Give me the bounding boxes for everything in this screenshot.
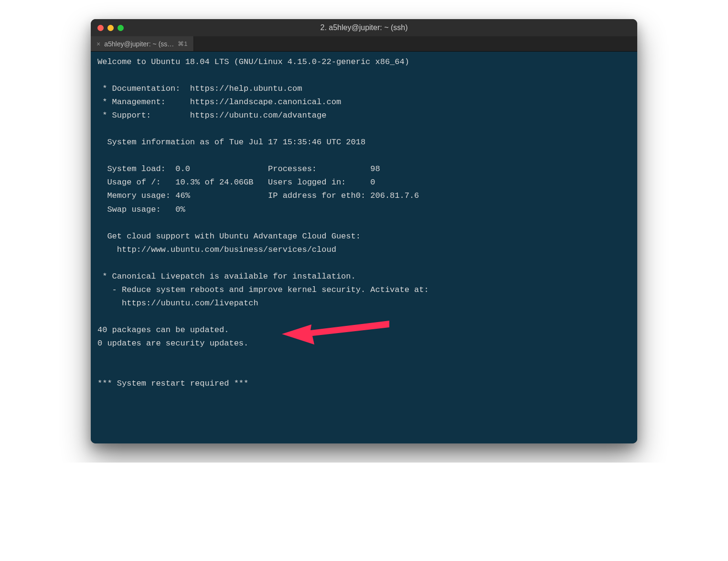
window-titlebar[interactable]: 2. a5hley@jupiter: ~ (ssh) [91,19,637,36]
window-title: 2. a5hley@jupiter: ~ (ssh) [91,23,637,32]
livepatch-line-1: * Canonical Livepatch is available for i… [97,272,356,281]
motd-doc-link: * Documentation: https://help.ubuntu.com [97,84,302,93]
annotation-arrow-icon [282,311,392,354]
tab-label: a5hley@jupiter: ~ (ss… [104,40,174,48]
sysinfo-row-3: Memory usage: 46% IP address for eth0: 2… [97,191,419,200]
maximize-icon[interactable] [118,25,124,31]
updates-packages: 40 packages can be updated. [97,325,229,334]
sysinfo-row-2: Usage of /: 10.3% of 24.06GB Users logge… [97,178,375,187]
livepatch-line-3: https://ubuntu.com/livepatch [97,299,258,308]
updates-security: 0 updates are security updates. [97,339,248,348]
sysinfo-header: System information as of Tue Jul 17 15:3… [97,138,365,147]
restart-required: *** System restart required *** [97,379,248,388]
traffic-lights [97,25,124,31]
terminal-window: 2. a5hley@jupiter: ~ (ssh) × a5hley@jupi… [91,19,637,443]
tab-shortcut: ⌘1 [178,40,187,47]
close-icon[interactable] [97,25,104,31]
tab-ssh-session[interactable]: × a5hley@jupiter: ~ (ss… ⌘1 [91,36,194,51]
motd-support-link: * Support: https://ubuntu.com/advantage [97,111,326,120]
sysinfo-row-1: System load: 0.0 Processes: 98 [97,164,380,173]
motd-mgmt-link: * Management: https://landscape.canonica… [97,97,341,107]
cloud-support-line-1: Get cloud support with Ubuntu Advantage … [97,232,361,241]
sysinfo-row-4: Swap usage: 0% [97,205,185,214]
minimize-icon[interactable] [107,25,114,31]
livepatch-line-2: - Reduce system reboots and improve kern… [97,285,429,294]
motd-welcome: Welcome to Ubuntu 18.04 LTS (GNU/Linux 4… [97,57,409,66]
tab-bar: × a5hley@jupiter: ~ (ss… ⌘1 [91,36,637,52]
terminal-output[interactable]: Welcome to Ubuntu 18.04 LTS (GNU/Linux 4… [91,52,637,443]
close-tab-icon[interactable]: × [96,41,100,47]
cloud-support-line-2: http://www.ubuntu.com/business/services/… [97,245,336,254]
